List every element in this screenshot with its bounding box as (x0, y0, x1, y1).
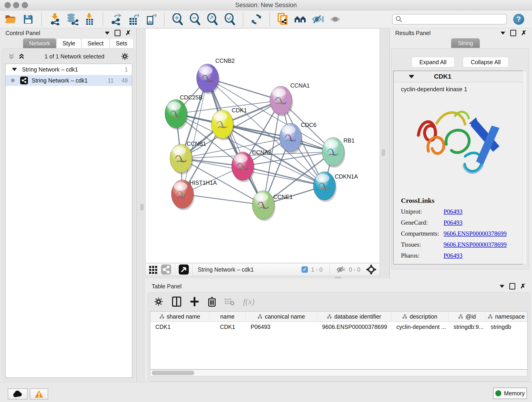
column-header-namespace[interactable]: namespace (486, 312, 527, 322)
zoom-fit-icon[interactable] (206, 13, 219, 26)
create-column-icon[interactable] (190, 297, 199, 307)
column-header-canonical-name[interactable]: canonical name (246, 312, 317, 322)
column-header-database-identifier[interactable]: database identifier (317, 312, 391, 322)
refresh-layout-icon[interactable] (250, 13, 263, 26)
import-network-icon[interactable] (49, 13, 61, 26)
crosslink-genecard-link[interactable]: P06493 (443, 219, 462, 226)
share-view-icon[interactable] (161, 264, 171, 274)
network-node-CCNA1[interactable] (270, 86, 293, 116)
column-header-id[interactable]: @id (449, 312, 486, 322)
cell-database-identifier[interactable]: 9606.ENSP00000378699 (317, 322, 391, 332)
network-canvas[interactable]: CCNB2CCNA1CDC25BCDK1CDC6RB1CCNB1CCNA2CDK… (145, 28, 380, 263)
tab-string[interactable]: String (451, 38, 480, 48)
crosslink-label: Pharos: (401, 252, 443, 259)
collapse-all-button[interactable]: Collapse All (463, 57, 509, 67)
open-session-icon[interactable] (5, 13, 17, 26)
detach-view-icon[interactable] (179, 264, 189, 274)
gene-section-header[interactable]: CDK1 (394, 71, 522, 82)
close-panel-icon[interactable]: ✗ (126, 30, 131, 36)
tab-sets[interactable]: Sets (110, 38, 133, 48)
column-header-description[interactable]: description (391, 312, 449, 322)
float-panel-icon[interactable] (509, 283, 515, 289)
help-button[interactable]: ? (513, 14, 524, 25)
delete-column-icon[interactable] (208, 297, 216, 307)
network-node-CDK1[interactable] (211, 110, 234, 140)
float-panel-icon[interactable] (510, 30, 516, 36)
column-type-icon (402, 314, 407, 319)
column-header-shared-name[interactable]: shared name (150, 312, 209, 322)
network-name: String Network – cdk1 (32, 77, 88, 84)
search-input[interactable] (402, 16, 504, 23)
network-node-CDC6[interactable] (279, 123, 303, 153)
selected-indicator-checkbox[interactable]: ✓ (302, 266, 308, 273)
cell-id[interactable]: stringdb:9... (449, 322, 486, 332)
column-header-name[interactable]: name (209, 312, 246, 322)
tab-style[interactable]: Style (56, 38, 82, 48)
panel-menu-icon[interactable] (500, 285, 504, 288)
export-network-icon[interactable] (110, 13, 122, 26)
show-columns-icon[interactable] (172, 297, 181, 307)
cloud-status-button[interactable] (8, 389, 27, 400)
search-box[interactable] (392, 14, 507, 25)
warnings-button[interactable] (30, 389, 48, 400)
crosslink-pharos-link[interactable]: P06493 (443, 252, 462, 259)
panel-menu-icon[interactable] (105, 32, 109, 35)
network-node-CCNE1[interactable] (252, 191, 275, 221)
tab-network[interactable]: Network (23, 38, 56, 48)
hide-panels-icon[interactable] (294, 13, 307, 26)
network-node-CCNB1[interactable] (170, 144, 193, 174)
network-node-CCNB2[interactable] (196, 64, 220, 94)
expand-all-button[interactable]: Expand All (412, 57, 455, 67)
network-node-label: CCNB2 (215, 57, 235, 64)
left-splitter-handle[interactable] (140, 204, 144, 211)
copy-network-icon[interactable] (277, 13, 289, 26)
grid-view-icon[interactable] (149, 265, 158, 274)
crosslink-compartments-link[interactable]: 9606.ENSP00000378699 (443, 230, 507, 237)
gene-collapse-icon[interactable] (409, 75, 414, 78)
network-options-gear-icon[interactable] (121, 52, 129, 61)
tab-select[interactable]: Select (81, 38, 109, 48)
hide-annotations-icon[interactable] (312, 13, 324, 26)
close-panel-icon[interactable]: ✗ (521, 30, 526, 36)
collapse-all-icon[interactable] (8, 53, 15, 60)
save-session-icon[interactable] (22, 13, 34, 26)
scrollbar-thumb[interactable] (152, 370, 194, 375)
table-horizontal-scrollbar[interactable] (150, 370, 527, 376)
network-node-label: CCNE1 (273, 194, 293, 200)
table-row[interactable]: CDK1 CDK1 P06493 9606.ENSP00000378699 cy… (150, 322, 527, 332)
collection-expand-icon[interactable] (12, 68, 17, 71)
memory-button[interactable]: Memory (493, 388, 527, 399)
network-current-indicator (11, 79, 15, 82)
import-network-from-database-icon[interactable] (66, 13, 78, 26)
show-graphics-icon[interactable] (329, 13, 341, 26)
cell-shared-name[interactable]: CDK1 (150, 322, 209, 332)
birds-eye-view-icon[interactable] (366, 264, 376, 275)
network-list: String Network – cdk1 1 String Network –… (5, 64, 132, 378)
cell-name[interactable]: CDK1 (209, 322, 246, 332)
network-node-CDKN1A[interactable] (313, 172, 336, 202)
cell-namespace[interactable]: stringdb (486, 322, 527, 332)
export-table-icon[interactable] (127, 13, 140, 26)
zoom-out-icon[interactable] (189, 13, 201, 26)
close-panel-icon[interactable]: ✗ (520, 283, 526, 289)
network-collection-row[interactable]: String Network – cdk1 1 (6, 64, 132, 75)
cell-description[interactable]: cyclin-dependent ... (391, 322, 449, 332)
import-table-icon[interactable] (83, 13, 96, 26)
crosslink-tissues-link[interactable]: 9606.ENSP00000378699 (443, 241, 507, 248)
string-network-icon (20, 77, 28, 84)
panel-menu-icon[interactable] (500, 32, 505, 35)
expand-all-icon[interactable] (18, 53, 25, 60)
column-type-icon (258, 314, 263, 319)
zoom-selected-icon[interactable] (224, 13, 236, 26)
crosslink-uniprot-link[interactable]: P06493 (443, 208, 462, 215)
network-node-RB1[interactable] (322, 138, 345, 168)
cell-canonical-name[interactable]: P06493 (246, 322, 317, 332)
export-image-icon[interactable] (145, 13, 157, 26)
table-options-gear-icon[interactable] (154, 297, 163, 306)
results-scrollbar[interactable] (522, 71, 527, 264)
network-node-CCNA2[interactable] (232, 152, 255, 182)
network-row-selected[interactable]: String Network – cdk1 11 48 (6, 75, 132, 86)
float-panel-icon[interactable] (114, 30, 120, 36)
right-splitter-handle[interactable] (382, 149, 385, 156)
zoom-in-icon[interactable] (171, 13, 184, 26)
